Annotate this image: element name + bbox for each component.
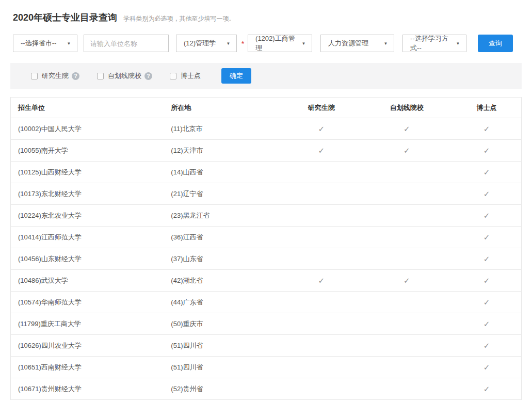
unit-cell: (10055)南开大学	[11, 140, 171, 162]
self-line-checkbox-label[interactable]: 自划线院校	[108, 71, 141, 81]
unit-cell: (10456)山东财经大学	[11, 248, 171, 270]
confirm-button[interactable]: 确定	[221, 68, 251, 84]
grad-school-checkbox-label[interactable]: 研究生院	[42, 71, 69, 81]
page-title: 2020年硕士专业目录查询	[13, 12, 117, 23]
grad-school-check-cell	[281, 227, 361, 248]
filter-row: --选择省市-- ▼ (12)管理学 ▼ * (1202)工商管理 ▼ 人力资源…	[10, 31, 522, 54]
grad-school-check-cell	[281, 335, 361, 357]
check-icon: ✓	[483, 168, 490, 176]
unit-cell: (10125)山西财经大学	[11, 162, 171, 183]
check-icon: ✓	[483, 341, 490, 350]
location-cell: (36)江西省	[171, 227, 281, 248]
self-line-check-cell: ✓	[362, 118, 452, 140]
check-icon: ✓	[483, 146, 490, 155]
grad-school-check-cell	[281, 205, 361, 227]
doctoral-check-cell: ✓	[452, 335, 522, 357]
doctoral-checkbox[interactable]	[170, 73, 176, 79]
self-line-check-cell: ✓	[362, 140, 452, 162]
check-icon: ✓	[483, 319, 490, 328]
doctoral-check-cell: ✓	[452, 140, 522, 162]
self-line-check-cell: ✓	[362, 270, 452, 292]
doctoral-check-cell: ✓	[452, 118, 522, 140]
header-self-line: 自划线院校	[362, 98, 452, 118]
header-doctoral: 博士点	[452, 98, 522, 118]
province-select[interactable]: --选择省市-- ▼	[13, 35, 77, 52]
table-row: (10671)贵州财经大学(52)贵州省✓	[11, 378, 522, 400]
location-cell: (11)北京市	[171, 118, 281, 140]
table-row: (10224)东北农业大学(23)黑龙江省✓	[11, 205, 522, 227]
check-icon: ✓	[404, 146, 410, 155]
page-container: 2020年硕士专业目录查询 学科类别为必选项，其他至少填写一项。 --选择省市-…	[0, 0, 532, 400]
help-icon[interactable]: ?	[144, 72, 152, 80]
doctoral-check-cell: ✓	[452, 162, 522, 183]
location-cell: (12)天津市	[171, 140, 281, 162]
self-line-check-cell	[362, 357, 452, 378]
table-header-row: 招生单位 所在地 研究生院 自划线院校 博士点	[11, 98, 522, 118]
table-row: (10626)四川农业大学(51)四川省✓	[11, 335, 522, 357]
grad-school-check-cell	[281, 183, 361, 205]
self-line-check-cell	[362, 162, 452, 183]
location-cell: (14)山西省	[171, 162, 281, 183]
unit-cell: (10626)四川农业大学	[11, 335, 171, 357]
grad-school-check-cell: ✓	[281, 270, 361, 292]
doctoral-check-cell: ✓	[452, 292, 522, 313]
location-cell: (51)四川省	[171, 357, 281, 378]
self-line-checkbox[interactable]	[97, 73, 104, 79]
check-icon: ✓	[404, 124, 410, 133]
table-body: (10002)中国人民大学(11)北京市✓✓✓(10055)南开大学(12)天津…	[11, 118, 522, 400]
check-icon: ✓	[404, 276, 410, 285]
self-line-check-cell	[362, 205, 452, 227]
province-select-value: --选择省市--	[21, 39, 56, 48]
self-line-check-cell	[362, 183, 452, 205]
check-icon: ✓	[483, 363, 490, 372]
check-icon: ✓	[318, 146, 325, 155]
unit-name-input[interactable]	[84, 35, 169, 52]
table-row: (10456)山东财经大学(37)山东省✓	[11, 248, 522, 270]
table-row: (10125)山西财经大学(14)山西省✓	[11, 162, 522, 183]
table-row: (10414)江西师范大学(36)江西省✓	[11, 227, 522, 248]
check-icon: ✓	[483, 211, 490, 220]
grad-school-check-cell	[281, 357, 361, 378]
doctoral-check-cell: ✓	[452, 248, 522, 270]
header-location: 所在地	[171, 98, 281, 118]
table-row: (10486)武汉大学(42)湖北省✓✓✓	[11, 270, 522, 292]
check-icon: ✓	[483, 233, 490, 242]
page-header: 2020年硕士专业目录查询 学科类别为必选项，其他至少填写一项。	[10, 7, 522, 31]
grad-school-checkbox-group: 研究生院 ?	[31, 71, 79, 81]
check-icon: ✓	[483, 189, 490, 198]
page-subtitle: 学科类别为必选项，其他至少填写一项。	[124, 15, 235, 22]
location-cell: (52)贵州省	[171, 378, 281, 400]
discipline-category-select[interactable]: (12)管理学 ▼	[176, 35, 237, 52]
grad-school-check-cell	[281, 292, 361, 313]
doctoral-check-cell: ✓	[452, 227, 522, 248]
doctoral-check-cell: ✓	[452, 183, 522, 205]
study-mode-value: --选择学习方式--	[410, 34, 454, 53]
unit-cell: (10173)东北财经大学	[11, 183, 171, 205]
self-line-check-cell	[362, 335, 452, 357]
table-row: (10055)南开大学(12)天津市✓✓✓	[11, 140, 522, 162]
help-icon[interactable]: ?	[72, 72, 79, 80]
grad-school-checkbox[interactable]	[31, 73, 38, 79]
chevron-down-icon: ▼	[67, 41, 71, 46]
doctoral-checkbox-label[interactable]: 博士点	[181, 71, 201, 81]
search-button[interactable]: 查询	[478, 35, 513, 52]
chevron-down-icon: ▼	[384, 41, 388, 46]
unit-cell: (10651)西南财经大学	[11, 357, 171, 378]
table-row: (10574)华南师范大学(44)广东省✓	[11, 292, 522, 313]
discipline-value: (1202)工商管理	[255, 34, 299, 53]
location-cell: (23)黑龙江省	[171, 205, 281, 227]
discipline-select[interactable]: (1202)工商管理 ▼	[248, 35, 312, 52]
unit-cell: (10224)东北农业大学	[11, 205, 171, 227]
doctoral-check-cell: ✓	[452, 357, 522, 378]
doctoral-check-cell: ✓	[452, 313, 522, 335]
unit-cell: (10414)江西师范大学	[11, 227, 171, 248]
chevron-down-icon: ▼	[456, 41, 460, 46]
table-header: 招生单位 所在地 研究生院 自划线院校 博士点	[11, 98, 522, 118]
check-icon: ✓	[483, 298, 490, 307]
major-select[interactable]: 人力资源管理 ▼	[320, 35, 394, 52]
results-table: 招生单位 所在地 研究生院 自划线院校 博士点 (10002)中国人民大学(11…	[10, 97, 522, 400]
check-icon: ✓	[483, 254, 490, 263]
study-mode-select[interactable]: --选择学习方式-- ▼	[402, 35, 466, 52]
doctoral-check-cell: ✓	[452, 270, 522, 292]
required-asterisk: *	[241, 40, 244, 47]
